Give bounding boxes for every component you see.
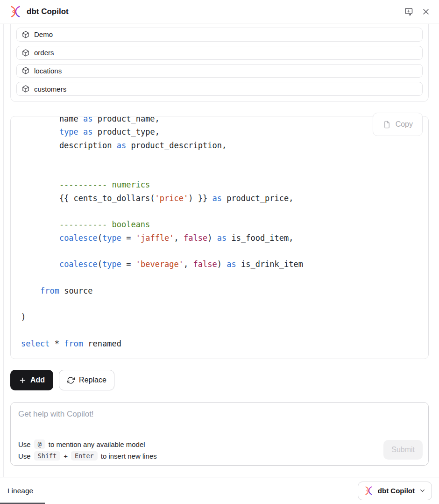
code-token: as (212, 194, 221, 203)
model-chip[interactable]: customers (16, 82, 423, 96)
code-token: as (83, 116, 92, 123)
code-token: ---------- booleans (21, 220, 150, 229)
code-token: source (59, 286, 93, 295)
code-token (21, 127, 59, 137)
add-button-label: Add (30, 376, 45, 384)
add-button[interactable]: Add (10, 370, 53, 390)
code-token: from (64, 339, 83, 348)
code-token: coalesce (59, 233, 98, 243)
code-token: as (117, 141, 126, 150)
keyboard-key: Shift (34, 451, 61, 461)
keyboard-key: @ (34, 439, 45, 449)
code-token: select (21, 339, 50, 348)
code-token: is_food_item, (227, 233, 293, 243)
code-token: ) }} (188, 194, 212, 203)
bottom-bar: Lineage dbt Copilot (0, 477, 439, 504)
code-token: product_type, (93, 127, 160, 137)
code-token: ) (217, 259, 227, 269)
replace-button[interactable]: Replace (59, 370, 114, 390)
code-token: = (121, 259, 136, 269)
panel-left-border (3, 24, 4, 477)
code-token: ---------- numerics (21, 180, 150, 189)
hint-text: Use (18, 452, 31, 460)
cube-icon (21, 49, 30, 57)
model-chip-label: locations (34, 67, 62, 75)
code-token: {{ cents_to_dollars( (21, 194, 155, 203)
code-content: name as product_name, type as product_ty… (11, 116, 428, 350)
code-token: type (59, 127, 78, 137)
code-token: , (174, 233, 184, 243)
model-chip[interactable]: locations (16, 64, 423, 78)
code-block: name as product_name, type as product_ty… (10, 116, 429, 359)
model-chip[interactable]: orders (16, 46, 423, 60)
code-token (78, 127, 83, 137)
code-token: product_name, (93, 116, 160, 123)
plus-icon (19, 376, 27, 384)
prompt-hint-line: Use@to mention any available model (18, 439, 157, 449)
copilot-selector-label: dbt Copilot (378, 487, 415, 495)
hint-text: Use (18, 440, 31, 448)
tab-lineage[interactable]: Lineage (7, 487, 33, 495)
code-token: renamed (83, 339, 121, 348)
code-token: 'jaffle' (136, 233, 174, 243)
copy-icon (382, 120, 391, 129)
keyboard-key: Enter (71, 451, 98, 461)
panel-title: dbt Copilot (27, 7, 69, 16)
code-token: ( (98, 259, 102, 269)
replace-button-label: Replace (79, 376, 106, 384)
code-token: false (184, 233, 207, 243)
code-token: as (83, 127, 92, 137)
dbt-copilot-logo-icon (9, 5, 22, 18)
model-chip-label: customers (34, 85, 66, 93)
code-token (21, 233, 59, 243)
insert-window-icon[interactable] (403, 6, 415, 17)
code-token: from (40, 286, 59, 295)
code-token: ) (21, 312, 26, 322)
code-token: ) (207, 233, 217, 243)
code-token: 'beverage' (136, 259, 184, 269)
dbt-copilot-logo-icon (364, 486, 374, 496)
panel-header: dbt Copilot (0, 0, 439, 23)
copy-button[interactable]: Copy (373, 113, 423, 136)
cube-icon (21, 85, 30, 93)
chevron-down-icon (419, 487, 426, 494)
code-token: 'price' (155, 194, 189, 203)
code-token: product_price, (222, 194, 294, 203)
code-token: ( (98, 233, 102, 243)
code-token: as (217, 233, 227, 243)
code-token: type (102, 259, 121, 269)
submit-button[interactable]: Submit (383, 440, 423, 460)
copy-button-label: Copy (396, 120, 413, 129)
code-token: name (21, 116, 83, 123)
prompt-hints: Use@to mention any available modelUseShi… (18, 439, 157, 461)
code-token: = (121, 233, 136, 243)
model-chip[interactable]: Demo (16, 28, 423, 42)
model-list: Demo orders locations (10, 24, 429, 102)
hint-text: + (64, 452, 68, 460)
hint-text: to insert new lines (101, 452, 157, 460)
code-card: name as product_name, type as product_ty… (10, 116, 429, 359)
model-chip-label: orders (34, 49, 54, 57)
close-icon[interactable] (420, 6, 432, 17)
copilot-prompt-input[interactable]: Get help with Copilot! Use@to mention an… (10, 402, 429, 466)
cube-icon (21, 66, 30, 75)
code-token: * (50, 339, 64, 348)
cube-icon (21, 30, 30, 39)
code-token: as (227, 259, 236, 269)
code-token (21, 286, 40, 295)
refresh-icon (67, 376, 75, 384)
hint-text: to mention any available model (49, 440, 145, 448)
action-buttons: Add Replace (10, 370, 114, 390)
model-chip-label: Demo (34, 30, 53, 38)
code-token: false (193, 259, 217, 269)
code-token (21, 259, 59, 269)
prompt-hint-line: UseShift+Enterto insert new lines (18, 451, 157, 461)
code-token: coalesce (59, 259, 98, 269)
code-token: , (184, 259, 193, 269)
code-token: product_description, (126, 141, 227, 150)
code-token: description (21, 141, 117, 150)
prompt-placeholder: Get help with Copilot! (18, 410, 94, 419)
code-token: type (102, 233, 121, 243)
copilot-selector-dropdown[interactable]: dbt Copilot (358, 482, 432, 500)
code-token: is_drink_item (236, 259, 303, 269)
